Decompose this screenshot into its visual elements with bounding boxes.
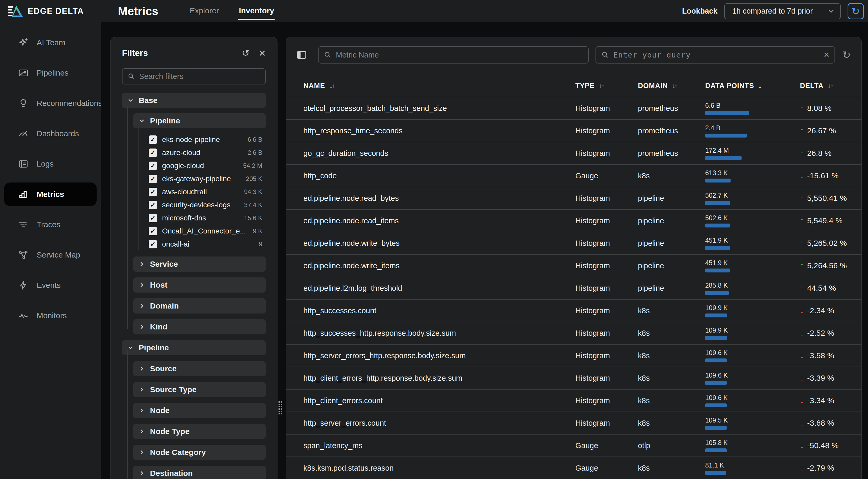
filter-section-pipeline-base[interactable]: Pipeline	[133, 113, 266, 128]
data-points-cell: 109.6 K	[705, 372, 800, 385]
sidebar-item-metrics[interactable]: Metrics	[4, 182, 97, 206]
filter-section-label: Pipeline	[150, 116, 180, 125]
table-row[interactable]: http_server_errors_http.response.body.si…	[286, 344, 862, 367]
filter-section-base[interactable]: Base	[122, 93, 266, 108]
delta-cell: ↓ -3.34 %	[800, 396, 856, 405]
table-row[interactable]: otelcol_processor_batch_batch_send_size …	[286, 97, 862, 119]
metric-type-cell: Gauge	[575, 172, 638, 180]
checkbox-checked-icon[interactable]: ✓	[149, 135, 157, 144]
column-header-delta[interactable]: DELTA ↓↑	[800, 82, 856, 90]
metric-type-cell: Histogram	[575, 284, 638, 293]
delta-cell: ↓ -50.48 %	[800, 441, 856, 450]
bar-chart-icon	[18, 189, 29, 200]
filter-section-collapsed[interactable]: Kind	[133, 319, 266, 334]
filter-section-collapsed[interactable]: Domain	[133, 298, 266, 313]
filter-section-collapsed[interactable]: Node Type	[133, 424, 266, 439]
sidebar-item-service-map[interactable]: Service Map	[4, 243, 97, 267]
data-points-cell: 2.4 B	[705, 124, 800, 138]
filter-checkbox-row[interactable]: ✓ eks-node-pipeline 6.6 B	[122, 133, 266, 146]
filter-section-collapsed[interactable]: Host	[133, 277, 266, 293]
table-row[interactable]: http_response_time_seconds Histogram pro…	[286, 119, 862, 142]
data-points-value: 109.9 K	[705, 327, 800, 334]
search-filters-input[interactable]	[139, 72, 260, 81]
table-row[interactable]: ed.pipeline.node.write_items Histogram p…	[286, 254, 862, 277]
close-filters-button[interactable]: ×	[259, 47, 266, 59]
filter-section-label: Service	[150, 260, 178, 269]
sidebar-item-monitors[interactable]: Monitors	[4, 304, 97, 327]
table-row[interactable]: http_successes_http.response.body.size.s…	[286, 321, 862, 344]
filter-checkbox-row[interactable]: ✓ microsoft-dns 15.6 K	[122, 211, 266, 225]
filter-value-label: google-cloud	[162, 162, 204, 170]
table-row[interactable]: k8s.ksm.pod.status.reason Gauge k8s 81.1…	[286, 456, 862, 479]
sidebar-item-traces[interactable]: Traces	[4, 213, 97, 236]
table-row[interactable]: http_server_errors.count Histogram k8s 1…	[286, 412, 862, 434]
pipeline-filter-list: ✓ eks-node-pipeline 6.6 B ✓ azure-cloud …	[122, 133, 266, 251]
checkbox-checked-icon[interactable]: ✓	[149, 162, 157, 170]
table-row[interactable]: http_code Gauge k8s 613.3 K ↓ -15.61 %	[286, 164, 862, 187]
lookback-select[interactable]: 1h compared to 7d prior	[724, 3, 841, 19]
filter-checkbox-row[interactable]: ✓ google-cloud 54.2 M	[122, 159, 266, 172]
sidebar-item-pipelines[interactable]: Pipelines	[4, 61, 97, 85]
metric-name-input[interactable]	[336, 51, 583, 59]
checkbox-checked-icon[interactable]: ✓	[149, 240, 157, 248]
table-row[interactable]: ed.pipeline.node.read_bytes Histogram pi…	[286, 187, 862, 209]
filter-checkbox-row[interactable]: ✓ eks-gateway-pipeline 205 K	[122, 172, 266, 185]
panel-resize-handle[interactable]	[279, 401, 283, 417]
filter-section-collapsed[interactable]: Source Type	[133, 382, 266, 397]
sidebar-item-ai-team[interactable]: AI Team	[4, 31, 97, 55]
reset-filters-button[interactable]: ↺	[242, 48, 249, 58]
checkbox-checked-icon[interactable]: ✓	[149, 201, 157, 209]
sort-icon: ↓↑	[672, 82, 677, 90]
filter-checkbox-row[interactable]: ✓ Oncall_AI_Connector_e... 9 K	[122, 225, 266, 238]
filter-value-label: eks-gateway-pipeline	[162, 175, 231, 183]
checkbox-checked-icon[interactable]: ✓	[149, 227, 157, 235]
run-query-button[interactable]: ↻	[842, 49, 851, 61]
toggle-filters-button[interactable]	[296, 49, 308, 61]
data-points-bar	[705, 201, 749, 205]
column-header-data-points[interactable]: DATA POINTS ↓	[705, 81, 800, 90]
filter-checkbox-row[interactable]: ✓ security-devices-logs 37.4 K	[122, 199, 266, 211]
table-row[interactable]: ed.pipeline.node.write_bytes Histogram p…	[286, 232, 862, 254]
filter-section-collapsed[interactable]: Destination	[133, 466, 266, 479]
delta-value: -50.48 %	[807, 441, 839, 450]
delta-cell: ↑ 8.08 %	[800, 104, 856, 113]
refresh-button[interactable]: ↻	[847, 3, 864, 19]
data-points-bar	[705, 358, 749, 363]
column-header-domain[interactable]: DOMAIN ↓↑	[638, 82, 705, 90]
query-input[interactable]	[613, 50, 819, 59]
delta-arrow-icon: ↓	[800, 441, 804, 450]
table-row[interactable]: http_successes.count Histogram k8s 109.9…	[286, 299, 862, 321]
sidebar-item-logs[interactable]: Logs	[4, 152, 97, 176]
filter-section-collapsed[interactable]: Source	[133, 361, 266, 376]
sidebar-item-events[interactable]: Events	[4, 273, 97, 297]
table-row[interactable]: http_client_errors_http.response.body.si…	[286, 367, 862, 389]
checkbox-checked-icon[interactable]: ✓	[149, 175, 157, 183]
filter-section-collapsed[interactable]: Node Category	[133, 445, 266, 460]
table-row[interactable]: go_gc_duration_seconds Histogram prometh…	[286, 142, 862, 164]
data-points-cell: 109.6 K	[705, 394, 800, 407]
column-header-type[interactable]: TYPE ↓↑	[575, 82, 638, 90]
table-row[interactable]: http_client_errors.count Histogram k8s 1…	[286, 389, 862, 412]
checkbox-checked-icon[interactable]: ✓	[149, 148, 157, 157]
table-row[interactable]: ed.pipeline.l2m.log_threshold Histogram …	[286, 277, 862, 299]
checkbox-checked-icon[interactable]: ✓	[149, 214, 157, 222]
filter-section-collapsed[interactable]: Node	[133, 403, 266, 418]
delta-value: -3.39 %	[807, 374, 834, 382]
delta-value: 26.67 %	[807, 126, 836, 135]
column-header-name[interactable]: NAME ↓↑	[303, 82, 575, 90]
filter-checkbox-row[interactable]: ✓ oncall-ai 9	[122, 238, 266, 251]
checkbox-checked-icon[interactable]: ✓	[149, 188, 157, 196]
sidebar-item-dashboards[interactable]: Dashboards	[4, 122, 97, 145]
sidebar-item-recommendations[interactable]: Recommendations	[4, 92, 97, 115]
tab-inventory[interactable]: Inventory	[238, 6, 275, 20]
clear-query-button[interactable]: ×	[824, 50, 829, 60]
edge-delta-logo[interactable]: EDGEDELTA	[8, 4, 84, 18]
tab-explorer[interactable]: Explorer	[189, 6, 220, 20]
filter-section-pipeline[interactable]: Pipeline	[122, 340, 266, 355]
filter-section-collapsed[interactable]: Service	[133, 256, 266, 272]
data-points-bar	[705, 291, 749, 295]
table-row[interactable]: ed.pipeline.node.read_items Histogram pi…	[286, 209, 862, 232]
filter-checkbox-row[interactable]: ✓ azure-cloud 2.6 B	[122, 146, 266, 159]
table-row[interactable]: span_latency_ms Gauge otlp 105.8 K ↓ -50…	[286, 434, 862, 456]
filter-checkbox-row[interactable]: ✓ aws-cloudtrail 94.3 K	[122, 185, 266, 199]
